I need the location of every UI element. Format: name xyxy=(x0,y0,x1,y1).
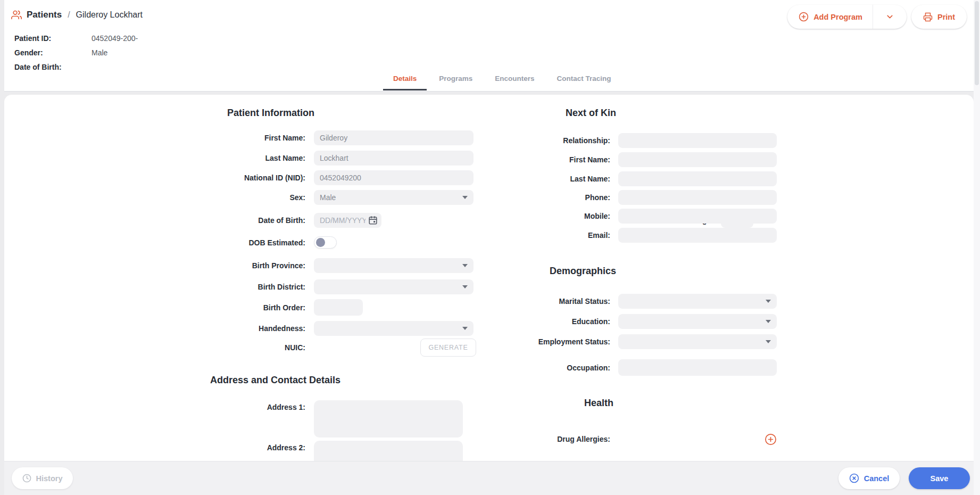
patient-id-label: Patient ID: xyxy=(14,34,92,43)
nok-email-label: Email: xyxy=(483,231,610,240)
address-heading: Address and Contact Details xyxy=(210,375,340,386)
patient-id-value: 0452049-200- xyxy=(92,34,138,43)
scrollbar-thumb[interactable] xyxy=(975,1,979,85)
breadcrumb-patient-name: Gilderoy Lockhart xyxy=(76,10,143,20)
national-id-input[interactable] xyxy=(314,170,474,185)
add-program-label: Add Program xyxy=(813,13,862,21)
handedness-label: Handedness: xyxy=(4,324,305,333)
header-divider xyxy=(4,91,974,92)
marital-status-label: Marital Status: xyxy=(483,297,610,306)
history-label: History xyxy=(36,474,63,483)
last-name-input[interactable] xyxy=(314,151,474,166)
nok-relationship-input[interactable] xyxy=(618,133,777,148)
cancel-label: Cancel xyxy=(864,474,890,483)
nok-phone-input[interactable] xyxy=(618,190,777,205)
add-program-split-button: Add Program xyxy=(787,5,907,29)
page-header: Patients / Gilderoy Lockhart Patient ID:… xyxy=(4,0,974,92)
last-name-row: Last Name: xyxy=(4,151,474,166)
patient-information-heading: Patient Information xyxy=(227,108,314,119)
birth-district-label: Birth District: xyxy=(4,283,305,291)
nok-last-name-input[interactable] xyxy=(618,171,777,186)
history-button[interactable]: History xyxy=(12,467,73,489)
date-of-birth-label: Date of Birth: xyxy=(4,216,305,225)
save-button[interactable]: Save xyxy=(909,467,970,489)
toggle-knob xyxy=(316,238,325,247)
address2-label: Address 2: xyxy=(4,441,305,452)
tab-encounters[interactable]: Encounters xyxy=(485,75,544,90)
nok-last-name-row: Last Name: xyxy=(483,171,777,186)
address2-textarea[interactable] xyxy=(314,441,463,461)
first-name-label: First Name: xyxy=(4,134,305,142)
nok-relationship-label: Relationship: xyxy=(483,136,610,145)
birth-order-label: Birth Order: xyxy=(4,303,305,312)
first-name-input[interactable] xyxy=(314,130,474,145)
address1-row: Address 1: xyxy=(4,400,463,438)
drug-allergies-row: Drug Allergies: xyxy=(483,433,777,446)
breadcrumb-section[interactable]: Patients xyxy=(27,10,62,20)
vertical-scrollbar[interactable] xyxy=(974,0,980,495)
generate-nuic-button[interactable]: GENERATE xyxy=(420,339,476,357)
nok-email-input[interactable] xyxy=(618,228,777,243)
sex-label: Sex: xyxy=(4,193,305,202)
national-id-row: National ID (NID): xyxy=(4,170,474,185)
date-of-birth-field xyxy=(314,213,381,228)
marital-status-row: Marital Status: xyxy=(483,294,777,309)
employment-status-select[interactable] xyxy=(618,334,777,349)
tab-programs[interactable]: Programs xyxy=(429,75,483,90)
chevron-down-icon xyxy=(766,300,771,303)
print-label: Print xyxy=(937,13,955,21)
tab-details[interactable]: Details xyxy=(383,75,427,90)
nok-mobile-input[interactable] xyxy=(618,209,777,224)
birth-province-select[interactable] xyxy=(314,258,474,273)
handedness-select[interactable] xyxy=(314,321,474,336)
print-button[interactable]: Print xyxy=(911,5,967,29)
plus-circle-icon xyxy=(799,12,809,22)
summary-row-patient-id: Patient ID: 0452049-200- xyxy=(14,34,138,43)
occupation-label: Occupation: xyxy=(483,364,610,372)
chevron-down-icon xyxy=(766,340,771,343)
address1-textarea[interactable] xyxy=(314,400,463,438)
calendar-icon[interactable] xyxy=(368,216,378,225)
printer-icon xyxy=(923,12,933,22)
sex-row: Sex: Male xyxy=(4,190,474,205)
sex-select-value: Male xyxy=(320,193,336,202)
education-select[interactable] xyxy=(618,314,777,329)
gender-value: Male xyxy=(92,48,107,57)
nok-relationship-row: Relationship: xyxy=(483,133,777,148)
chevron-down-icon xyxy=(462,264,468,267)
plus-circle-icon xyxy=(765,433,777,446)
chevron-down-icon xyxy=(885,12,894,21)
sex-select[interactable]: Male xyxy=(314,190,474,205)
next-of-kin-heading: Next of Kin xyxy=(566,108,616,119)
occupation-input[interactable] xyxy=(618,359,777,376)
occupation-row: Occupation: xyxy=(483,359,777,376)
nok-last-name-label: Last Name: xyxy=(483,175,610,183)
dob-estimated-toggle[interactable] xyxy=(314,236,337,249)
breadcrumb-separator: / xyxy=(68,10,70,20)
nok-phone-label: Phone: xyxy=(483,193,610,202)
tab-bar: Details Programs Encounters Contact Trac… xyxy=(383,75,621,90)
details-form-card: Patient Information First Name: Last Nam… xyxy=(4,95,974,461)
save-label: Save xyxy=(931,474,949,483)
last-name-label: Last Name: xyxy=(4,154,305,162)
marital-status-select[interactable] xyxy=(618,294,777,309)
address2-row: Address 2: xyxy=(4,441,463,461)
summary-row-dob: Date of Birth: xyxy=(14,63,138,71)
birth-order-input[interactable] xyxy=(314,299,363,316)
patient-details-page: Patients / Gilderoy Lockhart Patient ID:… xyxy=(0,0,980,495)
footer-bar: History Cancel Save xyxy=(4,461,974,495)
nuic-row: NUIC: GENERATE xyxy=(4,339,476,357)
gender-label: Gender: xyxy=(14,48,92,57)
dob-estimated-row: DOB Estimated: xyxy=(4,236,337,249)
add-drug-allergy-button[interactable] xyxy=(765,433,777,446)
add-program-menu-button[interactable] xyxy=(873,5,907,29)
chevron-down-icon xyxy=(766,320,771,323)
birth-order-row: Birth Order: xyxy=(4,299,363,316)
nok-first-name-input[interactable] xyxy=(618,152,777,167)
add-program-button[interactable]: Add Program xyxy=(787,5,873,29)
cancel-button[interactable]: Cancel xyxy=(838,467,900,489)
tab-contact-tracing[interactable]: Contact Tracing xyxy=(547,75,621,90)
birth-district-row: Birth District: xyxy=(4,279,474,294)
demographics-heading: Demographics xyxy=(550,266,616,277)
birth-district-select[interactable] xyxy=(314,279,474,294)
